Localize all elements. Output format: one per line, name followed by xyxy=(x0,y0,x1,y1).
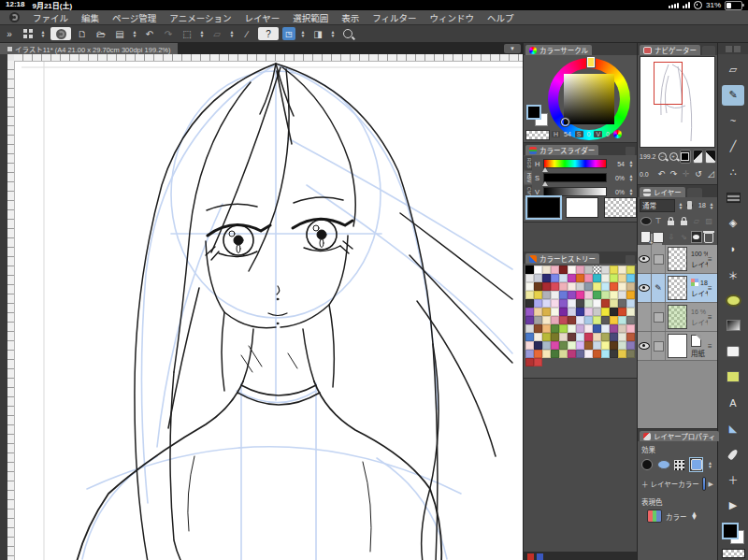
fit-to-screen-button[interactable] xyxy=(680,150,691,164)
color-mode-spinner[interactable]: ▲▼ xyxy=(691,512,698,520)
history-color-swatch[interactable] xyxy=(551,282,559,291)
tool-decoration[interactable]: ◈ xyxy=(722,213,744,234)
menu-item[interactable]: 表示 xyxy=(341,11,359,24)
tool-ruler[interactable]: ◣ xyxy=(722,418,744,438)
history-color-swatch[interactable] xyxy=(601,274,610,282)
history-color-swatch[interactable] xyxy=(534,291,542,299)
history-color-swatch[interactable] xyxy=(542,266,551,274)
history-color-swatch[interactable] xyxy=(626,274,635,282)
document-tab[interactable]: イラスト11* (A4 21.00 x 29.70cm 300dpi 199.2… xyxy=(0,43,178,54)
menu-item[interactable]: ファイル xyxy=(33,11,68,24)
history-color-swatch[interactable] xyxy=(626,282,635,291)
layers-tab[interactable]: レイヤー xyxy=(640,187,685,197)
history-color-swatch[interactable] xyxy=(534,308,542,316)
history-color-swatch[interactable] xyxy=(576,341,584,350)
history-color-swatch[interactable] xyxy=(576,308,584,316)
navigator-thumbnail[interactable] xyxy=(640,56,715,148)
history-color-swatch[interactable] xyxy=(601,299,610,308)
history-color-swatch[interactable] xyxy=(568,282,576,291)
history-color-swatch[interactable] xyxy=(618,282,626,291)
layer-menu-icon[interactable]: ≡ xyxy=(708,303,717,331)
history-color-swatch[interactable] xyxy=(626,291,635,299)
history-color-swatch[interactable] xyxy=(551,308,559,316)
history-color-swatch[interactable] xyxy=(534,316,542,324)
tool-blend[interactable]: ◗ xyxy=(722,238,744,259)
new-file-button[interactable]: 🗋 xyxy=(75,27,90,40)
history-color-swatch[interactable] xyxy=(534,274,542,282)
history-color-swatch[interactable] xyxy=(542,333,551,341)
history-color-swatch[interactable] xyxy=(559,350,568,358)
mini-red-chip[interactable] xyxy=(527,553,534,560)
history-color-swatch[interactable] xyxy=(610,350,618,358)
history-color-swatch[interactable] xyxy=(559,299,568,308)
tool-eyedropper[interactable] xyxy=(722,444,744,465)
sub-color-swatch[interactable] xyxy=(566,197,598,218)
touch-spinner[interactable]: ▲▼ xyxy=(299,30,307,37)
history-color-swatch[interactable] xyxy=(584,282,593,291)
history-color-swatch[interactable] xyxy=(601,282,610,291)
history-color-swatch[interactable] xyxy=(551,333,559,341)
sv-square[interactable] xyxy=(564,74,614,124)
menu-item[interactable]: ウィンドウ xyxy=(430,11,475,24)
tool-text[interactable]: A xyxy=(722,393,744,413)
color-circle-tab[interactable]: カラーサークル xyxy=(525,45,592,55)
canvas-artwork[interactable] xyxy=(7,54,523,560)
open-file-button[interactable]: 🗁 xyxy=(94,27,108,40)
history-color-swatch[interactable] xyxy=(593,299,601,308)
history-color-swatch[interactable] xyxy=(618,308,626,316)
tool-airbrush[interactable]: ∴ xyxy=(722,162,744,182)
history-color-swatch[interactable] xyxy=(618,291,626,299)
tool-smudge[interactable]: ~ xyxy=(722,110,744,131)
redo-button[interactable]: ↷ xyxy=(161,27,176,40)
layer-checkbox[interactable] xyxy=(654,254,664,265)
layer-thumbnail[interactable] xyxy=(668,305,687,329)
touch-gesture-button[interactable]: ◳ xyxy=(282,27,295,40)
tool-gradient[interactable] xyxy=(722,315,744,336)
opacity-slider[interactable] xyxy=(686,204,693,207)
history-color-swatch[interactable] xyxy=(525,282,534,291)
history-color-swatch[interactable] xyxy=(601,350,610,358)
navigator-view-frame[interactable] xyxy=(654,62,683,105)
history-color-swatch[interactable] xyxy=(559,266,568,274)
clear-selection-button[interactable]: ▱ xyxy=(209,27,224,40)
tab-list-dropdown[interactable]: ▼ xyxy=(504,44,521,53)
opacity-spinner[interactable]: ▲▼ xyxy=(708,202,715,209)
blend-mode-dropdown[interactable]: 通常 xyxy=(640,199,675,212)
history-color-swatch[interactable] xyxy=(626,341,635,350)
menu-item[interactable]: レイヤー xyxy=(244,11,280,24)
history-color-swatch[interactable] xyxy=(593,291,601,299)
history-color-swatch[interactable] xyxy=(610,341,618,350)
tab-rgb[interactable]: RGB xyxy=(524,156,532,170)
tool-eraser[interactable]: ▱ xyxy=(722,59,744,79)
new-layer-button[interactable] xyxy=(640,232,652,242)
history-color-swatch[interactable] xyxy=(542,350,551,358)
layer-color-expand-icon[interactable]: ▶ xyxy=(709,481,713,488)
history-color-swatch[interactable] xyxy=(568,341,576,350)
hue-ring[interactable] xyxy=(548,58,630,140)
history-color-swatch[interactable] xyxy=(576,274,584,282)
history-color-swatch[interactable] xyxy=(559,333,568,341)
history-color-swatch[interactable] xyxy=(584,341,593,350)
history-color-swatch[interactable] xyxy=(542,308,551,316)
csp-mode-button[interactable] xyxy=(50,27,71,40)
reset-position-button[interactable]: ✛ xyxy=(681,168,691,180)
select-spinner[interactable]: ▲▼ xyxy=(198,30,206,37)
tool-figure[interactable] xyxy=(722,290,744,310)
history-color-swatch[interactable] xyxy=(559,316,568,324)
history-color-swatch[interactable] xyxy=(601,291,610,299)
history-color-swatch[interactable] xyxy=(534,350,542,358)
history-color-swatch[interactable] xyxy=(534,358,542,366)
layer-menu-icon[interactable]: ≡ xyxy=(708,332,717,360)
history-color-swatch[interactable] xyxy=(584,333,593,341)
search-button[interactable] xyxy=(340,27,355,40)
history-color-swatch[interactable] xyxy=(584,316,593,324)
layers-extra-tab[interactable] xyxy=(687,188,702,197)
history-color-swatch[interactable] xyxy=(559,308,568,316)
history-color-swatch[interactable] xyxy=(559,324,568,333)
workspace-layout-button[interactable] xyxy=(21,27,36,40)
history-color-swatch[interactable] xyxy=(568,299,576,308)
history-color-swatch[interactable] xyxy=(559,274,568,282)
help-button[interactable]: ? xyxy=(258,27,279,40)
history-color-swatch[interactable] xyxy=(534,341,542,350)
history-color-swatch[interactable] xyxy=(626,333,635,341)
